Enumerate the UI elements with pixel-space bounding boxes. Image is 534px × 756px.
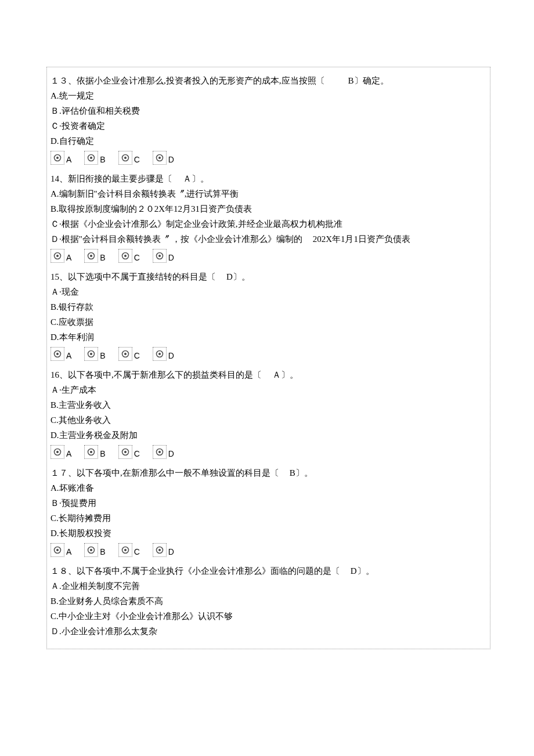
radio-option-d[interactable]: D <box>153 249 174 263</box>
radio-option-c[interactable]: C <box>118 445 140 459</box>
radio-option-a[interactable]: A <box>50 445 71 459</box>
radio-label: A <box>66 154 71 166</box>
radio-option-d[interactable]: D <box>153 151 174 165</box>
q17-option-b: Ｂ·预提费用 <box>50 497 486 509</box>
q14-option-c: Ｃ·根据《小企业会计准那么》制定企业会计政策,并经企业最高权力机构批准 <box>50 218 486 230</box>
radio-icon <box>153 445 167 459</box>
radio-icon <box>84 543 98 557</box>
svg-point-1 <box>56 157 59 159</box>
q16-stem: 16、以下各项中,不属于新准那么下的损益类科目的是〔Ａ〕。 <box>50 369 486 381</box>
svg-point-21 <box>124 353 127 355</box>
radio-option-a[interactable]: A <box>50 151 71 165</box>
radio-icon <box>50 445 64 459</box>
radio-label: C <box>134 252 140 264</box>
radio-option-b[interactable]: B <box>84 445 105 459</box>
radio-option-d[interactable]: D <box>153 347 174 361</box>
q13-option-a: A.统一规定 <box>50 90 486 102</box>
radio-label: D <box>168 252 174 264</box>
q15-answer: D <box>226 272 233 281</box>
q14-option-d: Ｄ·根据"会计科目余额转换表〞 ，按《小企业会计准那么》编制的202X年1月1日… <box>50 233 486 245</box>
svg-point-23 <box>158 353 161 355</box>
svg-point-25 <box>56 451 59 453</box>
svg-point-33 <box>56 549 59 551</box>
radio-option-b[interactable]: B <box>84 347 105 361</box>
radio-option-a[interactable]: A <box>50 347 71 361</box>
radio-icon <box>118 347 132 361</box>
q14-stem: 14、新旧衔接的最主要步骤是〔Ａ〕。 <box>50 173 486 185</box>
q18-stem: １８、以下各项中,不属于企业执行《小企业会计准那么》面临的问题的是〔D〕。 <box>50 565 486 577</box>
radio-label: C <box>134 350 140 362</box>
radio-option-b[interactable]: B <box>84 249 105 263</box>
q18-answer: D <box>351 566 357 576</box>
radio-label: C <box>134 154 140 166</box>
q14-option-a: A.编制新旧"会计科目余额转换表〞,进行试算平衡 <box>50 188 486 200</box>
radio-option-c[interactable]: C <box>118 347 140 361</box>
radio-label: B <box>100 252 105 264</box>
radio-label: B <box>100 448 105 460</box>
radio-icon <box>84 347 98 361</box>
radio-option-b[interactable]: B <box>84 543 105 557</box>
q13-stem: １３、依据小企业会计准那么,投资者投入的无形资产的成本,应当按照〔B〕确定。 <box>50 75 486 87</box>
radio-icon <box>50 151 64 165</box>
radio-option-d[interactable]: D <box>153 445 174 459</box>
q16-radio-row: ABCD <box>50 445 486 459</box>
q16-option-b: B.主营业务收入 <box>50 399 486 411</box>
svg-point-3 <box>90 157 92 159</box>
radio-label: A <box>66 350 71 362</box>
q17-stem: １７、以下各项中,在新准那么中一般不单独设置的科目是〔B〕。 <box>50 467 486 479</box>
radio-label: A <box>66 547 71 558</box>
q16-stem-part2: 〕。 <box>281 370 298 379</box>
svg-point-29 <box>124 451 127 453</box>
q14-stem-part2: 〕。 <box>192 174 209 183</box>
q16-option-a: Ａ·生产成本 <box>50 384 486 396</box>
radio-icon <box>118 249 132 263</box>
q17-radio-row: ABCD <box>50 543 486 557</box>
radio-icon <box>153 347 167 361</box>
radio-icon <box>153 151 167 165</box>
radio-label: D <box>168 547 174 558</box>
q17-option-d: D.长期股权投资 <box>50 527 486 540</box>
q14-option-b: B.取得按原制度编制的２０2X年12月31日资产负债表 <box>50 203 486 215</box>
radio-label: B <box>100 547 105 558</box>
radio-label: B <box>100 154 105 166</box>
q14-option-d-part1: Ｄ·根据"会计科目余额转换表〞 ，按《小企业会计准那么》编制的 <box>50 234 302 244</box>
radio-option-b[interactable]: B <box>84 151 105 165</box>
radio-icon <box>118 151 132 165</box>
q18-stem-part2: 〕。 <box>357 566 374 576</box>
q15-stem-part1: 15、以下选项中不属于直接结转的科目是〔 <box>50 272 216 281</box>
svg-point-5 <box>124 157 127 159</box>
q13-stem-part2: 〕确定。 <box>354 76 389 85</box>
q14-radio-row: ABCD <box>50 249 486 263</box>
q18-option-a: Ａ.企业相关制度不完善 <box>50 580 486 592</box>
q14-option-d-part2: 202X年1月1日资产负债表 <box>313 234 410 244</box>
q16-stem-part1: 16、以下各项中,不属于新准那么下的损益类科目的是〔 <box>50 370 262 379</box>
q17-answer: B <box>290 468 295 478</box>
svg-point-13 <box>124 255 127 257</box>
svg-point-27 <box>90 451 92 453</box>
q17-stem-part2: 〕。 <box>295 468 313 478</box>
q16-option-d: D.主营业务税金及附加 <box>50 429 486 442</box>
q13-option-d: D.自行确定 <box>50 135 486 147</box>
q18-stem-part1: １８、以下各项中,不属于企业执行《小企业会计准那么》面临的问题的是〔 <box>50 566 340 576</box>
q15-option-b: B.银行存款 <box>50 301 486 313</box>
q15-radio-row: ABCD <box>50 347 486 361</box>
q13-stem-part1: １３、依据小企业会计准那么,投资者投入的无形资产的成本,应当按照〔 <box>50 76 325 85</box>
radio-option-d[interactable]: D <box>153 543 174 557</box>
radio-option-c[interactable]: C <box>118 151 140 165</box>
radio-option-c[interactable]: C <box>118 249 140 263</box>
radio-option-a[interactable]: A <box>50 543 71 557</box>
radio-icon <box>84 445 98 459</box>
radio-icon <box>84 249 98 263</box>
radio-icon <box>84 151 98 165</box>
q17-option-c: C.长期待摊费用 <box>50 512 486 525</box>
radio-option-a[interactable]: A <box>50 249 71 263</box>
radio-option-c[interactable]: C <box>118 543 140 557</box>
q15-option-d: D.本年利润 <box>50 331 486 343</box>
q14-stem-part1: 14、新旧衔接的最主要步骤是〔 <box>50 174 172 183</box>
radio-icon <box>153 249 167 263</box>
q17-stem-part1: １７、以下各项中,在新准那么中一般不单独设置的科目是〔 <box>50 468 279 478</box>
svg-point-7 <box>158 157 161 159</box>
q15-stem: 15、以下选项中不属于直接结转的科目是〔D〕。 <box>50 271 486 283</box>
radio-icon <box>50 249 64 263</box>
radio-label: D <box>168 350 174 362</box>
